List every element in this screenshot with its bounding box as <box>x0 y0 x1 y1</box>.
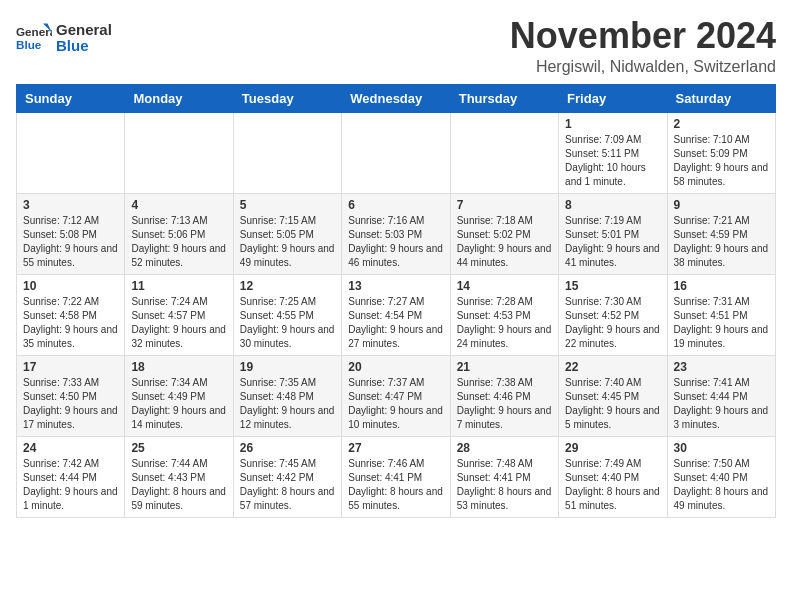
calendar-day-cell: 24Sunrise: 7:42 AM Sunset: 4:44 PM Dayli… <box>17 436 125 517</box>
calendar-header-row: SundayMondayTuesdayWednesdayThursdayFrid… <box>17 84 776 112</box>
day-info: Sunrise: 7:12 AM Sunset: 5:08 PM Dayligh… <box>23 214 118 270</box>
logo-icon: General Blue <box>16 20 52 56</box>
day-info: Sunrise: 7:10 AM Sunset: 5:09 PM Dayligh… <box>674 133 769 189</box>
day-info: Sunrise: 7:42 AM Sunset: 4:44 PM Dayligh… <box>23 457 118 513</box>
day-info: Sunrise: 7:15 AM Sunset: 5:05 PM Dayligh… <box>240 214 335 270</box>
calendar-day-cell: 11Sunrise: 7:24 AM Sunset: 4:57 PM Dayli… <box>125 274 233 355</box>
day-info: Sunrise: 7:18 AM Sunset: 5:02 PM Dayligh… <box>457 214 552 270</box>
calendar-day-cell: 29Sunrise: 7:49 AM Sunset: 4:40 PM Dayli… <box>559 436 667 517</box>
calendar-day-cell: 16Sunrise: 7:31 AM Sunset: 4:51 PM Dayli… <box>667 274 775 355</box>
calendar-table: SundayMondayTuesdayWednesdayThursdayFrid… <box>16 84 776 518</box>
day-info: Sunrise: 7:35 AM Sunset: 4:48 PM Dayligh… <box>240 376 335 432</box>
day-info: Sunrise: 7:25 AM Sunset: 4:55 PM Dayligh… <box>240 295 335 351</box>
day-info: Sunrise: 7:37 AM Sunset: 4:47 PM Dayligh… <box>348 376 443 432</box>
day-number: 2 <box>674 117 769 131</box>
day-number: 16 <box>674 279 769 293</box>
day-info: Sunrise: 7:16 AM Sunset: 5:03 PM Dayligh… <box>348 214 443 270</box>
calendar-day-cell: 18Sunrise: 7:34 AM Sunset: 4:49 PM Dayli… <box>125 355 233 436</box>
calendar-week-row: 17Sunrise: 7:33 AM Sunset: 4:50 PM Dayli… <box>17 355 776 436</box>
svg-text:Blue: Blue <box>16 38 42 51</box>
day-number: 20 <box>348 360 443 374</box>
title-section: November 2024 Hergiswil, Nidwalden, Swit… <box>510 16 776 76</box>
day-info: Sunrise: 7:28 AM Sunset: 4:53 PM Dayligh… <box>457 295 552 351</box>
day-number: 10 <box>23 279 118 293</box>
day-number: 27 <box>348 441 443 455</box>
day-number: 30 <box>674 441 769 455</box>
day-number: 14 <box>457 279 552 293</box>
day-number: 11 <box>131 279 226 293</box>
day-number: 3 <box>23 198 118 212</box>
calendar-day-cell: 2Sunrise: 7:10 AM Sunset: 5:09 PM Daylig… <box>667 112 775 193</box>
calendar-day-cell: 8Sunrise: 7:19 AM Sunset: 5:01 PM Daylig… <box>559 193 667 274</box>
day-info: Sunrise: 7:41 AM Sunset: 4:44 PM Dayligh… <box>674 376 769 432</box>
calendar-day-cell: 19Sunrise: 7:35 AM Sunset: 4:48 PM Dayli… <box>233 355 341 436</box>
day-info: Sunrise: 7:44 AM Sunset: 4:43 PM Dayligh… <box>131 457 226 513</box>
weekday-header-tuesday: Tuesday <box>233 84 341 112</box>
weekday-header-friday: Friday <box>559 84 667 112</box>
day-number: 21 <box>457 360 552 374</box>
calendar-day-cell: 5Sunrise: 7:15 AM Sunset: 5:05 PM Daylig… <box>233 193 341 274</box>
day-number: 5 <box>240 198 335 212</box>
day-number: 4 <box>131 198 226 212</box>
weekday-header-thursday: Thursday <box>450 84 558 112</box>
day-number: 24 <box>23 441 118 455</box>
day-info: Sunrise: 7:46 AM Sunset: 4:41 PM Dayligh… <box>348 457 443 513</box>
day-info: Sunrise: 7:27 AM Sunset: 4:54 PM Dayligh… <box>348 295 443 351</box>
calendar-week-row: 3Sunrise: 7:12 AM Sunset: 5:08 PM Daylig… <box>17 193 776 274</box>
calendar-day-cell: 22Sunrise: 7:40 AM Sunset: 4:45 PM Dayli… <box>559 355 667 436</box>
calendar-empty-cell <box>233 112 341 193</box>
day-number: 28 <box>457 441 552 455</box>
calendar-week-row: 24Sunrise: 7:42 AM Sunset: 4:44 PM Dayli… <box>17 436 776 517</box>
calendar-day-cell: 6Sunrise: 7:16 AM Sunset: 5:03 PM Daylig… <box>342 193 450 274</box>
calendar-day-cell: 17Sunrise: 7:33 AM Sunset: 4:50 PM Dayli… <box>17 355 125 436</box>
calendar-empty-cell <box>125 112 233 193</box>
day-info: Sunrise: 7:33 AM Sunset: 4:50 PM Dayligh… <box>23 376 118 432</box>
location-subtitle: Hergiswil, Nidwalden, Switzerland <box>510 58 776 76</box>
calendar-day-cell: 30Sunrise: 7:50 AM Sunset: 4:40 PM Dayli… <box>667 436 775 517</box>
calendar-empty-cell <box>342 112 450 193</box>
calendar-day-cell: 3Sunrise: 7:12 AM Sunset: 5:08 PM Daylig… <box>17 193 125 274</box>
day-info: Sunrise: 7:40 AM Sunset: 4:45 PM Dayligh… <box>565 376 660 432</box>
day-number: 12 <box>240 279 335 293</box>
calendar-empty-cell <box>17 112 125 193</box>
day-info: Sunrise: 7:22 AM Sunset: 4:58 PM Dayligh… <box>23 295 118 351</box>
calendar-day-cell: 13Sunrise: 7:27 AM Sunset: 4:54 PM Dayli… <box>342 274 450 355</box>
calendar-day-cell: 28Sunrise: 7:48 AM Sunset: 4:41 PM Dayli… <box>450 436 558 517</box>
day-info: Sunrise: 7:38 AM Sunset: 4:46 PM Dayligh… <box>457 376 552 432</box>
day-number: 15 <box>565 279 660 293</box>
calendar-day-cell: 10Sunrise: 7:22 AM Sunset: 4:58 PM Dayli… <box>17 274 125 355</box>
calendar-day-cell: 25Sunrise: 7:44 AM Sunset: 4:43 PM Dayli… <box>125 436 233 517</box>
day-number: 19 <box>240 360 335 374</box>
day-number: 25 <box>131 441 226 455</box>
day-info: Sunrise: 7:31 AM Sunset: 4:51 PM Dayligh… <box>674 295 769 351</box>
weekday-header-wednesday: Wednesday <box>342 84 450 112</box>
calendar-week-row: 10Sunrise: 7:22 AM Sunset: 4:58 PM Dayli… <box>17 274 776 355</box>
logo: General Blue General Blue <box>16 20 112 56</box>
weekday-header-monday: Monday <box>125 84 233 112</box>
day-number: 8 <box>565 198 660 212</box>
calendar-day-cell: 4Sunrise: 7:13 AM Sunset: 5:06 PM Daylig… <box>125 193 233 274</box>
calendar-day-cell: 7Sunrise: 7:18 AM Sunset: 5:02 PM Daylig… <box>450 193 558 274</box>
day-info: Sunrise: 7:21 AM Sunset: 4:59 PM Dayligh… <box>674 214 769 270</box>
calendar-day-cell: 21Sunrise: 7:38 AM Sunset: 4:46 PM Dayli… <box>450 355 558 436</box>
calendar-week-row: 1Sunrise: 7:09 AM Sunset: 5:11 PM Daylig… <box>17 112 776 193</box>
logo-blue: Blue <box>56 37 89 54</box>
day-info: Sunrise: 7:30 AM Sunset: 4:52 PM Dayligh… <box>565 295 660 351</box>
day-number: 26 <box>240 441 335 455</box>
day-number: 23 <box>674 360 769 374</box>
calendar-day-cell: 1Sunrise: 7:09 AM Sunset: 5:11 PM Daylig… <box>559 112 667 193</box>
day-number: 6 <box>348 198 443 212</box>
day-info: Sunrise: 7:49 AM Sunset: 4:40 PM Dayligh… <box>565 457 660 513</box>
month-year-title: November 2024 <box>510 16 776 56</box>
day-info: Sunrise: 7:45 AM Sunset: 4:42 PM Dayligh… <box>240 457 335 513</box>
calendar-day-cell: 9Sunrise: 7:21 AM Sunset: 4:59 PM Daylig… <box>667 193 775 274</box>
day-number: 9 <box>674 198 769 212</box>
logo-general: General <box>56 21 112 38</box>
day-number: 1 <box>565 117 660 131</box>
day-info: Sunrise: 7:24 AM Sunset: 4:57 PM Dayligh… <box>131 295 226 351</box>
weekday-header-sunday: Sunday <box>17 84 125 112</box>
weekday-header-saturday: Saturday <box>667 84 775 112</box>
day-info: Sunrise: 7:19 AM Sunset: 5:01 PM Dayligh… <box>565 214 660 270</box>
day-info: Sunrise: 7:13 AM Sunset: 5:06 PM Dayligh… <box>131 214 226 270</box>
page-header: General Blue General Blue November 2024 … <box>16 16 776 76</box>
